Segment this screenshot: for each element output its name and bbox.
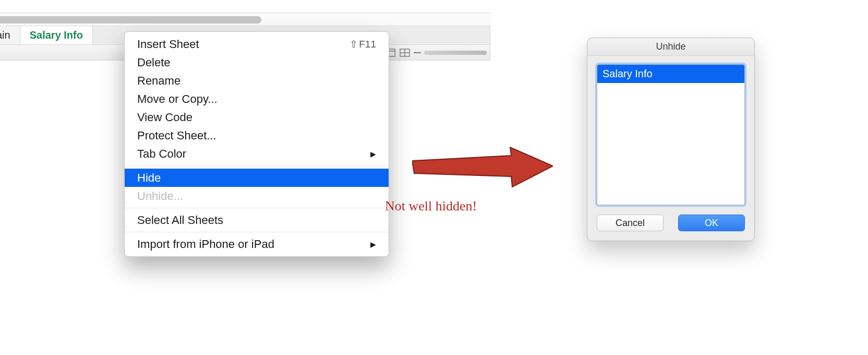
sheet-tab-context-menu: Insert Sheet ⇧F11 Delete Rename Move or … <box>124 31 389 257</box>
menu-label: Select All Sheets <box>137 214 223 227</box>
menu-item-move-or-copy[interactable]: Move or Copy... <box>125 90 389 108</box>
zoom-out-icon[interactable] <box>414 52 421 53</box>
view-page-layout-icon[interactable] <box>399 48 411 57</box>
shift-key-icon: ⇧ <box>349 38 358 50</box>
submenu-arrow-icon: ▶ <box>370 240 376 249</box>
submenu-arrow-icon: ▶ <box>370 150 376 158</box>
menu-separator <box>125 208 389 208</box>
menu-item-select-all-sheets[interactable]: Select All Sheets <box>125 211 389 229</box>
menu-item-import-from-iphone-ipad[interactable]: Import from iPhone or iPad ▶ <box>125 235 389 253</box>
menu-label: Import from iPhone or iPad <box>137 238 274 251</box>
menu-label: Delete <box>137 56 171 69</box>
horizontal-scrollbar[interactable] <box>0 13 490 26</box>
svg-marker-6 <box>412 147 553 187</box>
dialog-title: Unhide <box>587 38 754 56</box>
menu-item-view-code[interactable]: View Code <box>125 108 389 126</box>
menu-item-protect-sheet[interactable]: Protect Sheet... <box>125 126 389 145</box>
menu-item-hide[interactable]: Hide <box>125 169 389 187</box>
list-item[interactable]: Salary Info <box>597 65 744 83</box>
scrollbar-thumb[interactable] <box>0 16 261 23</box>
menu-label: Hide <box>137 171 161 185</box>
annotation-arrow <box>412 146 553 188</box>
ok-button[interactable]: OK <box>678 215 745 231</box>
cancel-button[interactable]: Cancel <box>597 215 664 231</box>
menu-item-tab-color[interactable]: Tab Color ▶ <box>125 145 389 163</box>
annotation-text: Not well hidden! <box>385 198 477 214</box>
menu-shortcut: ⇧F11 <box>349 38 376 50</box>
menu-separator <box>125 165 389 166</box>
menu-item-rename[interactable]: Rename <box>125 72 389 90</box>
menu-item-unhide: Unhide... <box>125 187 389 205</box>
zoom-slider[interactable] <box>424 51 487 55</box>
menu-item-delete[interactable]: Delete <box>125 53 389 72</box>
menu-separator <box>125 232 389 232</box>
unhide-sheet-listbox[interactable]: Salary Info <box>597 64 745 205</box>
menu-label: Rename <box>137 74 180 88</box>
menu-label: Insert Sheet <box>137 38 199 51</box>
menu-label: Move or Copy... <box>137 92 218 106</box>
menu-label: Unhide... <box>137 190 183 203</box>
sheet-tab-salary-info[interactable]: Salary Info <box>20 26 93 44</box>
menu-item-insert-sheet[interactable]: Insert Sheet ⇧F11 <box>125 35 389 53</box>
unhide-dialog: Unhide Salary Info Cancel OK <box>587 38 755 241</box>
menu-label: Tab Color <box>137 147 186 161</box>
menu-label: View Code <box>137 111 192 124</box>
sheet-tab-main-partial[interactable]: ain <box>0 26 20 44</box>
menu-label: Protect Sheet... <box>137 129 216 143</box>
